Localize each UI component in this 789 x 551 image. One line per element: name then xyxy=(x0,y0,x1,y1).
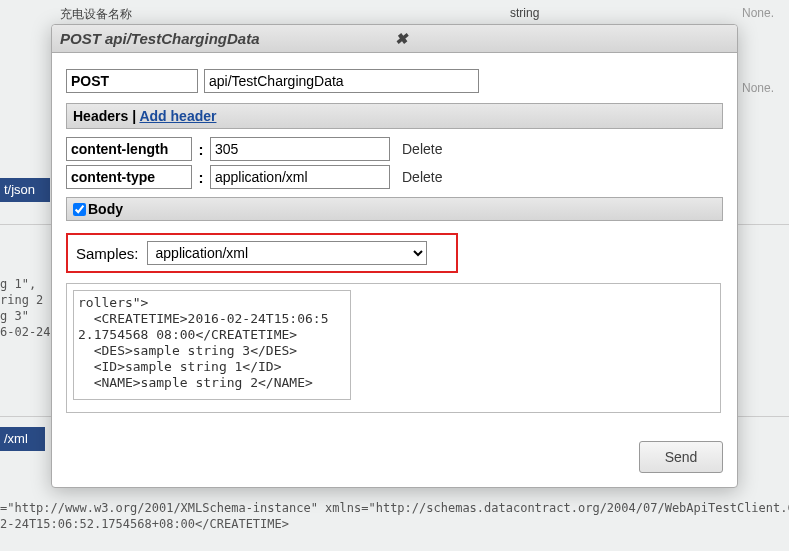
bg-left-snippet: g 1", ring 2 g 3" 6-02-24 xyxy=(0,276,51,340)
bg-field-none-2: None. xyxy=(742,81,774,95)
delete-header-link[interactable]: Delete xyxy=(402,169,442,185)
test-client-dialog: POST api/TestChargingData ✖ Headers | Ad… xyxy=(51,24,738,488)
send-button[interactable]: Send xyxy=(639,441,723,473)
header-name-input[interactable] xyxy=(66,165,192,189)
samples-select[interactable]: application/xml xyxy=(147,241,427,265)
bg-bottom-snippet: ="http://www.w3.org/2001/XMLSchema-insta… xyxy=(0,500,789,532)
header-row: : Delete xyxy=(66,137,723,161)
close-icon[interactable]: ✖ xyxy=(391,30,730,48)
headers-section-header: Headers | Add header xyxy=(66,103,723,129)
body-label: Body xyxy=(88,201,123,217)
colon: : xyxy=(192,169,210,186)
samples-row-highlighted: Samples: application/xml xyxy=(66,233,458,273)
header-value-input[interactable] xyxy=(210,137,390,161)
body-checkbox[interactable] xyxy=(73,203,86,216)
body-section-header: Body xyxy=(66,197,723,221)
bg-tab-json[interactable]: t/json xyxy=(0,178,50,202)
colon: : xyxy=(192,141,210,158)
delete-header-link[interactable]: Delete xyxy=(402,141,442,157)
add-header-link[interactable]: Add header xyxy=(139,108,216,124)
bg-field-type: string xyxy=(510,6,539,20)
header-row: : Delete xyxy=(66,165,723,189)
http-method-input[interactable] xyxy=(66,69,198,93)
headers-label: Headers xyxy=(73,108,128,124)
dialog-title-bar[interactable]: POST api/TestChargingData ✖ xyxy=(52,25,737,53)
url-input[interactable] xyxy=(204,69,479,93)
body-textarea[interactable] xyxy=(73,290,351,400)
bg-field-none-1: None. xyxy=(742,6,774,20)
body-panel xyxy=(66,283,721,413)
bg-field-label: 充电设备名称 xyxy=(60,6,132,23)
bg-tab-xml[interactable]: /xml xyxy=(0,427,45,451)
header-value-input[interactable] xyxy=(210,165,390,189)
dialog-title: POST api/TestChargingData xyxy=(60,30,391,47)
samples-label: Samples: xyxy=(76,245,139,262)
header-name-input[interactable] xyxy=(66,137,192,161)
